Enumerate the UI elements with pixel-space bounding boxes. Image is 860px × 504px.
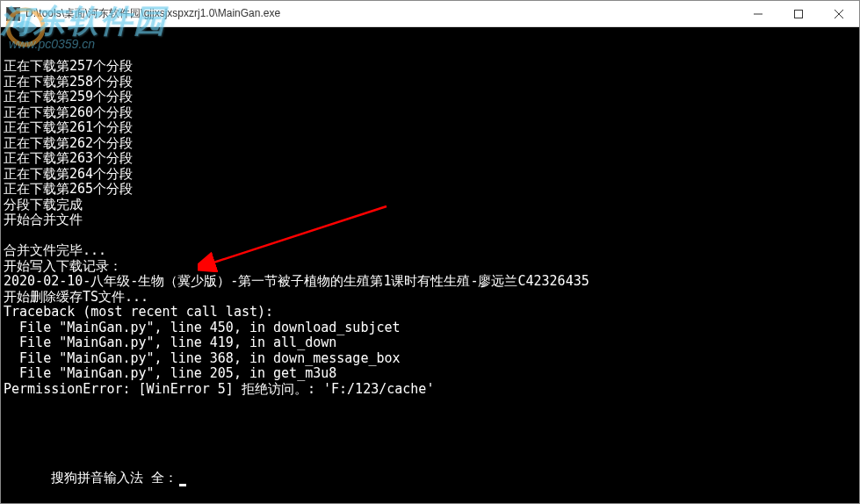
- ime-status-line: 搜狗拼音输入法 全：: [4, 456, 186, 502]
- maximize-button[interactable]: [778, 1, 819, 26]
- console-line: 开始写入下载记录：: [4, 259, 856, 275]
- console-line: 正在下载第259个分段: [4, 90, 856, 105]
- console-line: File "MainGan.py", line 450, in download…: [4, 320, 856, 336]
- ime-status-text: 搜狗拼音输入法 全：: [51, 470, 177, 486]
- console-line: File "MainGan.py", line 368, in down_mes…: [4, 351, 856, 367]
- console-line: 2020-02-10-八年级-生物（冀少版）-第一节被子植物的生殖第1课时有性生…: [4, 274, 856, 290]
- console-line: 合并文件完毕...: [4, 243, 856, 259]
- titlebar[interactable]: D:\tools\桌面\河东软件园\gjjxsjxspxzrj1.0\MainG…: [1, 1, 859, 27]
- console-line: 正在下载第258个分段: [4, 75, 856, 90]
- svg-rect-1: [795, 10, 803, 18]
- console-line: 分段下载完成: [4, 198, 856, 213]
- console-line: 开始删除缓存TS文件...: [4, 290, 856, 306]
- window-title: D:\tools\桌面\河东软件园\gjjxsjxspxzrj1.0\MainG…: [25, 6, 738, 21]
- console-line: 正在下载第262个分段: [4, 136, 856, 152]
- console-line: 开始合并文件: [4, 212, 856, 228]
- console-line: Traceback (most recent call last):: [4, 305, 856, 320]
- console-line: [4, 228, 856, 244]
- close-button[interactable]: [819, 1, 859, 26]
- close-icon: [835, 10, 843, 18]
- console-line: 正在下载第257个分段: [4, 59, 856, 75]
- application-window: D:\tools\桌面\河东软件园\gjjxsjxspxzrj1.0\MainG…: [0, 0, 860, 504]
- maximize-icon: [794, 10, 803, 18]
- console-line: 正在下载第260个分段: [4, 105, 856, 121]
- window-controls: [738, 1, 859, 26]
- console-line: 正在下载第265个分段: [4, 182, 856, 198]
- console-line: 正在下载第264个分段: [4, 167, 856, 183]
- app-icon: [6, 7, 20, 21]
- console-line: PermissionError: [WinError 5] 拒绝访问。: 'F:…: [4, 382, 856, 398]
- minimize-button[interactable]: [738, 1, 778, 26]
- cursor-icon: [179, 484, 186, 486]
- console-line: File "MainGan.py", line 205, in get_m3u8: [4, 366, 856, 382]
- minimize-icon: [754, 10, 762, 18]
- console-output[interactable]: 正在下载第257个分段正在下载第258个分段正在下载第259个分段正在下载第26…: [1, 27, 859, 503]
- console-line: 正在下载第261个分段: [4, 120, 856, 136]
- console-line: File "MainGan.py", line 419, in all_down: [4, 335, 856, 351]
- console-line: 正在下载第263个分段: [4, 151, 856, 167]
